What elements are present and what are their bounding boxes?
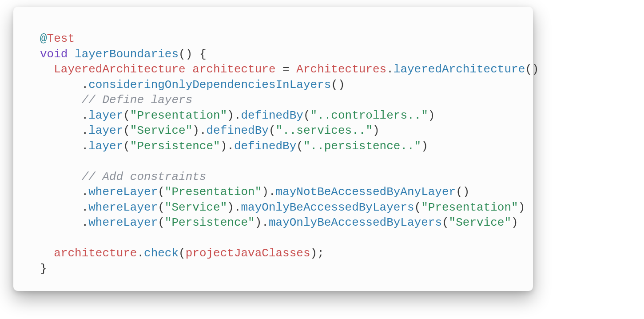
code-token-punc: () [456, 185, 469, 199]
code-token-method: consideringOnlyDependenciesInLayers [88, 78, 331, 92]
code-token-string: "Persistence" [165, 216, 255, 229]
code-token-punc: ) [421, 140, 428, 153]
code-token-string: "Persistence" [130, 140, 220, 153]
code-token-punc: ). [227, 109, 241, 122]
code-token-punc: ( [414, 201, 421, 214]
code-token-string: "Service" [130, 124, 192, 137]
code-token-keyword: void [40, 48, 68, 61]
code-token-punc [40, 93, 82, 107]
code-token-punc: ( [296, 140, 303, 153]
code-token-punc: ). [262, 185, 275, 199]
code-token-punc: ( [179, 247, 186, 260]
code-token-method: layer [88, 140, 123, 153]
code-token-method: whereLayer [88, 201, 158, 214]
code-token-var: projectJavaClasses [186, 247, 310, 260]
code-token-var: architecture [192, 63, 275, 76]
code-token-punc: . [40, 109, 88, 122]
code-token-punc: ) [373, 124, 380, 137]
code-token-method: definedBy [241, 109, 303, 122]
code-token-punc: ( [158, 216, 165, 229]
code-token-punc: ( [123, 109, 130, 122]
code-token-string: "Service" [449, 216, 511, 229]
code-token-punc: ( [303, 109, 310, 122]
code-token-punc: ( [123, 140, 130, 153]
code-token-method: check [144, 247, 179, 260]
code-token-punc [40, 63, 54, 76]
code-token-punc: () { [179, 48, 206, 61]
code-token-annotation-at: @ [40, 32, 47, 45]
code-token-punc: . [137, 247, 144, 260]
code-token-punc: ( [158, 201, 165, 214]
code-token-method: layer [88, 124, 123, 137]
code-token-punc [186, 63, 193, 76]
code-block: @Test void layerBoundaries() { LayeredAr… [40, 31, 513, 276]
code-token-punc [40, 247, 54, 260]
code-token-string: "Presentation" [421, 201, 518, 214]
code-token-punc [40, 170, 82, 183]
code-token-punc: ). [255, 216, 269, 229]
code-token-punc: ( [158, 185, 165, 199]
code-token-string: "..services.." [276, 124, 373, 137]
code-token-punc: . [40, 124, 88, 137]
code-token-punc: ( [269, 124, 276, 137]
code-token-method: definedBy [207, 124, 269, 137]
code-token-punc: () [331, 78, 345, 92]
code-token-annotation: Test [47, 32, 75, 45]
code-token-string: "..persistence.." [303, 140, 421, 153]
code-token-punc: () [525, 63, 539, 76]
code-token-method-decl: layerBoundaries [75, 48, 179, 61]
code-token-method: layeredArchitecture [394, 63, 525, 76]
code-token-punc: . [40, 140, 88, 153]
code-token-method: mayOnlyBeAccessedByLayers [241, 201, 414, 214]
code-token-punc: ). [227, 201, 241, 214]
code-token-string: "Presentation" [130, 109, 227, 122]
code-token-string: "..controllers.." [310, 109, 428, 122]
code-token-punc: . [40, 78, 88, 92]
code-token-punc: . [386, 63, 394, 76]
code-token-comment: // Add constraints [82, 170, 207, 183]
code-token-punc: = [276, 63, 297, 76]
code-token-punc: . [40, 216, 88, 229]
code-token-string: "Presentation" [165, 185, 262, 199]
code-token-punc: } [40, 262, 47, 275]
code-token-punc: . [40, 201, 88, 214]
code-token-method: mayNotBeAccessedByAnyLayer [276, 185, 456, 199]
code-token-punc: ). [220, 140, 234, 153]
code-token-punc [68, 48, 75, 61]
code-token-punc: ) [428, 109, 435, 122]
code-token-method: whereLayer [88, 185, 158, 199]
code-token-punc: ) [511, 216, 518, 229]
code-token-type: Architectures [296, 63, 386, 76]
code-token-punc: ) [518, 201, 525, 214]
code-token-punc: ( [123, 124, 130, 137]
code-token-method: mayOnlyBeAccessedByLayers [269, 216, 442, 229]
code-token-punc: ); [310, 247, 324, 260]
code-token-method: definedBy [234, 140, 296, 153]
code-token-punc: . [40, 185, 88, 199]
code-token-method: whereLayer [88, 216, 158, 229]
code-token-punc: ). [192, 124, 206, 137]
code-token-var: architecture [54, 247, 137, 260]
code-card: @Test void layerBoundaries() { LayeredAr… [13, 7, 533, 291]
code-token-string: "Service" [165, 201, 227, 214]
code-token-comment: // Define layers [82, 93, 193, 107]
code-token-type: LayeredArchitecture [54, 63, 185, 76]
code-token-method: layer [88, 109, 123, 122]
code-token-punc: ( [442, 216, 449, 229]
